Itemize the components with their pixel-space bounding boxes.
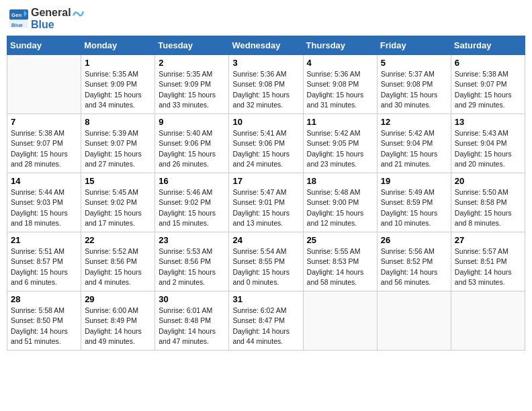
day-number: 16	[159, 176, 225, 186]
calendar-body: 1Sunrise: 5:35 AM Sunset: 9:09 PM Daylig…	[7, 55, 525, 351]
day-number: 10	[232, 117, 299, 127]
calendar-cell	[303, 291, 377, 351]
day-info: Sunrise: 5:38 AM Sunset: 9:07 PM Dayligh…	[455, 69, 521, 110]
day-info: Sunrise: 5:50 AM Sunset: 8:58 PM Dayligh…	[455, 187, 521, 228]
day-number: 13	[455, 117, 521, 127]
page-header: Gen Blue General Blue	[7, 7, 525, 30]
day-number: 11	[307, 117, 373, 127]
day-info: Sunrise: 5:54 AM Sunset: 8:55 PM Dayligh…	[232, 246, 299, 287]
day-number: 26	[381, 235, 447, 245]
col-header-friday: Friday	[377, 36, 451, 55]
col-header-wednesday: Wednesday	[229, 36, 303, 55]
day-number: 30	[159, 294, 225, 304]
logo: Gen Blue General Blue	[9, 7, 84, 30]
calendar-cell: 30Sunrise: 6:01 AM Sunset: 8:48 PM Dayli…	[155, 291, 229, 351]
calendar-cell: 24Sunrise: 5:54 AM Sunset: 8:55 PM Dayli…	[229, 232, 303, 291]
day-info: Sunrise: 5:42 AM Sunset: 9:05 PM Dayligh…	[307, 128, 373, 169]
logo-blue: Blue	[31, 19, 84, 31]
calendar-cell: 3Sunrise: 5:36 AM Sunset: 9:08 PM Daylig…	[229, 55, 303, 114]
day-info: Sunrise: 6:01 AM Sunset: 8:48 PM Dayligh…	[159, 306, 225, 347]
calendar-cell: 27Sunrise: 5:57 AM Sunset: 8:51 PM Dayli…	[451, 232, 525, 291]
logo-text: General Blue	[31, 7, 84, 30]
day-number: 20	[455, 176, 521, 186]
day-number: 25	[307, 235, 373, 245]
col-header-tuesday: Tuesday	[155, 36, 229, 55]
calendar-cell: 19Sunrise: 5:49 AM Sunset: 8:59 PM Dayli…	[377, 173, 451, 232]
day-info: Sunrise: 5:36 AM Sunset: 9:08 PM Dayligh…	[232, 69, 299, 110]
day-number: 17	[232, 176, 299, 186]
col-header-saturday: Saturday	[451, 36, 525, 55]
day-info: Sunrise: 5:44 AM Sunset: 9:03 PM Dayligh…	[11, 187, 77, 228]
calendar-cell: 14Sunrise: 5:44 AM Sunset: 9:03 PM Dayli…	[7, 173, 81, 232]
calendar-cell: 31Sunrise: 6:02 AM Sunset: 8:47 PM Dayli…	[229, 291, 303, 351]
day-number: 2	[159, 58, 225, 68]
day-number: 7	[11, 117, 77, 127]
day-info: Sunrise: 5:42 AM Sunset: 9:04 PM Dayligh…	[381, 128, 447, 169]
day-info: Sunrise: 5:48 AM Sunset: 9:00 PM Dayligh…	[307, 187, 373, 228]
day-info: Sunrise: 5:53 AM Sunset: 8:56 PM Dayligh…	[159, 246, 225, 287]
calendar-cell	[451, 291, 525, 351]
day-info: Sunrise: 5:41 AM Sunset: 9:06 PM Dayligh…	[232, 128, 299, 169]
day-number: 19	[381, 176, 447, 186]
calendar-cell: 25Sunrise: 5:55 AM Sunset: 8:53 PM Dayli…	[303, 232, 377, 291]
calendar-cell: 26Sunrise: 5:56 AM Sunset: 8:52 PM Dayli…	[377, 232, 451, 291]
calendar-cell: 10Sunrise: 5:41 AM Sunset: 9:06 PM Dayli…	[229, 114, 303, 173]
calendar-cell	[377, 291, 451, 351]
day-number: 9	[159, 117, 225, 127]
calendar-cell: 1Sunrise: 5:35 AM Sunset: 9:09 PM Daylig…	[81, 55, 155, 114]
calendar-week-5: 28Sunrise: 5:58 AM Sunset: 8:50 PM Dayli…	[7, 291, 525, 351]
day-info: Sunrise: 5:52 AM Sunset: 8:56 PM Dayligh…	[85, 246, 151, 287]
calendar-cell: 5Sunrise: 5:37 AM Sunset: 9:08 PM Daylig…	[377, 55, 451, 114]
calendar-cell: 16Sunrise: 5:46 AM Sunset: 9:02 PM Dayli…	[155, 173, 229, 232]
day-number: 31	[232, 294, 299, 304]
day-number: 24	[232, 235, 299, 245]
day-info: Sunrise: 6:02 AM Sunset: 8:47 PM Dayligh…	[232, 306, 299, 347]
day-number: 6	[455, 58, 521, 68]
calendar-cell: 28Sunrise: 5:58 AM Sunset: 8:50 PM Dayli…	[7, 291, 81, 351]
calendar-cell: 29Sunrise: 6:00 AM Sunset: 8:49 PM Dayli…	[81, 291, 155, 351]
calendar-cell: 8Sunrise: 5:39 AM Sunset: 9:07 PM Daylig…	[81, 114, 155, 173]
col-header-monday: Monday	[81, 36, 155, 55]
calendar-cell: 9Sunrise: 5:40 AM Sunset: 9:06 PM Daylig…	[155, 114, 229, 173]
day-number: 12	[381, 117, 447, 127]
day-info: Sunrise: 6:00 AM Sunset: 8:49 PM Dayligh…	[85, 306, 151, 347]
logo-wave-icon	[72, 9, 84, 18]
day-info: Sunrise: 5:40 AM Sunset: 9:06 PM Dayligh…	[159, 128, 225, 169]
day-info: Sunrise: 5:37 AM Sunset: 9:08 PM Dayligh…	[381, 69, 447, 110]
calendar-cell: 6Sunrise: 5:38 AM Sunset: 9:07 PM Daylig…	[451, 55, 525, 114]
day-info: Sunrise: 5:39 AM Sunset: 9:07 PM Dayligh…	[85, 128, 151, 169]
calendar-cell: 15Sunrise: 5:45 AM Sunset: 9:02 PM Dayli…	[81, 173, 155, 232]
day-number: 29	[85, 294, 151, 304]
calendar-cell: 20Sunrise: 5:50 AM Sunset: 8:58 PM Dayli…	[451, 173, 525, 232]
day-number: 8	[85, 117, 151, 127]
col-header-thursday: Thursday	[303, 36, 377, 55]
day-number: 22	[85, 235, 151, 245]
day-info: Sunrise: 5:35 AM Sunset: 9:09 PM Dayligh…	[159, 69, 225, 110]
day-info: Sunrise: 5:36 AM Sunset: 9:08 PM Dayligh…	[307, 69, 373, 110]
svg-text:Blue: Blue	[11, 21, 24, 28]
calendar-cell: 2Sunrise: 5:35 AM Sunset: 9:09 PM Daylig…	[155, 55, 229, 114]
calendar-week-2: 7Sunrise: 5:38 AM Sunset: 9:07 PM Daylig…	[7, 114, 525, 173]
day-number: 27	[455, 235, 521, 245]
day-info: Sunrise: 5:45 AM Sunset: 9:02 PM Dayligh…	[85, 187, 151, 228]
calendar-header-row: SundayMondayTuesdayWednesdayThursdayFrid…	[7, 36, 525, 55]
day-number: 18	[307, 176, 373, 186]
calendar-cell: 12Sunrise: 5:42 AM Sunset: 9:04 PM Dayli…	[377, 114, 451, 173]
calendar-cell: 4Sunrise: 5:36 AM Sunset: 9:08 PM Daylig…	[303, 55, 377, 114]
svg-text:Gen: Gen	[11, 11, 21, 17]
day-info: Sunrise: 5:43 AM Sunset: 9:04 PM Dayligh…	[455, 128, 521, 169]
calendar-cell: 21Sunrise: 5:51 AM Sunset: 8:57 PM Dayli…	[7, 232, 81, 291]
calendar-week-1: 1Sunrise: 5:35 AM Sunset: 9:09 PM Daylig…	[7, 55, 525, 114]
day-number: 28	[11, 294, 77, 304]
calendar-cell: 11Sunrise: 5:42 AM Sunset: 9:05 PM Dayli…	[303, 114, 377, 173]
day-info: Sunrise: 5:56 AM Sunset: 8:52 PM Dayligh…	[381, 246, 447, 287]
calendar-table: SundayMondayTuesdayWednesdayThursdayFrid…	[7, 36, 525, 351]
col-header-sunday: Sunday	[7, 36, 81, 55]
day-info: Sunrise: 5:35 AM Sunset: 9:09 PM Dayligh…	[85, 69, 151, 110]
day-info: Sunrise: 5:57 AM Sunset: 8:51 PM Dayligh…	[455, 246, 521, 287]
day-number: 21	[11, 235, 77, 245]
calendar-cell: 23Sunrise: 5:53 AM Sunset: 8:56 PM Dayli…	[155, 232, 229, 291]
logo-icon: Gen Blue	[9, 9, 28, 28]
calendar-week-3: 14Sunrise: 5:44 AM Sunset: 9:03 PM Dayli…	[7, 173, 525, 232]
day-info: Sunrise: 5:55 AM Sunset: 8:53 PM Dayligh…	[307, 246, 373, 287]
